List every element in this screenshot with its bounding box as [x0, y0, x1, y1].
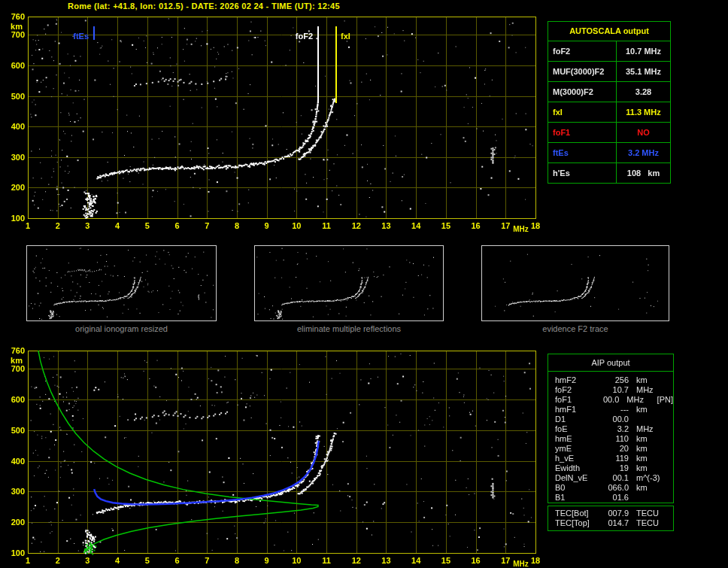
autoscala-table-rows: foF210.7 MHzMUF(3000)F235.1 MHzM(3000)F2…: [548, 41, 670, 183]
thumbnail-canvas-1: [26, 245, 217, 321]
aip-table-rows: hmF2256kmfoF210.7MHzfoF100.0MHz[PN]hmF1-…: [548, 375, 673, 503]
tec-output-box: TEC[Bot]007.9TECUTEC[Top]014.7TECU: [548, 506, 674, 531]
aip-row-5: foE3.2MHz: [548, 424, 673, 434]
param-value: 066.0: [602, 483, 629, 493]
param-name: foF1: [555, 395, 596, 405]
aip-row-7: ymE20km: [548, 444, 673, 454]
aip-row-12: B101.6: [548, 493, 673, 503]
param-value: 3.2: [602, 424, 629, 434]
thumbnail-panel-3: evidence F2 trace: [481, 245, 669, 333]
param-value: ---: [602, 405, 629, 415]
param-unit: MHz: [636, 424, 669, 434]
param-name: Ewidth: [555, 463, 602, 473]
aip-row-9: Ewidth19km: [548, 463, 673, 473]
autoscala-row-5: ftEs3.2 MHz: [548, 143, 670, 163]
param-name: foF2: [555, 385, 602, 395]
param-unit: m^(-3): [636, 473, 669, 483]
thumbnail-panel-2: eliminate multiple reflections: [254, 245, 444, 333]
autoscala-row-4: foF1NO: [548, 123, 670, 143]
param-value: 3.2 MHz: [617, 143, 670, 163]
param-value: 35.1 MHz: [617, 62, 670, 81]
station-header: Rome (lat: +41.8, lon: 012.5) - DATE: 20…: [68, 2, 340, 11]
aip-row-6: hmE110km: [548, 434, 673, 444]
thumbnail-caption: eliminate multiple reflections: [254, 324, 444, 333]
param-name: ymE: [555, 444, 602, 454]
param-name: foF2: [548, 41, 617, 61]
aip-row-2: foF100.0MHz[PN]: [548, 395, 673, 405]
param-name: hmE: [555, 434, 602, 444]
param-name: foF1: [548, 123, 617, 142]
aip-row-10: DelN_vE00.1m^(-3): [548, 473, 673, 483]
param-value: 014.7: [602, 518, 629, 528]
thumbnail-caption: evidence F2 trace: [481, 324, 669, 333]
param-name: hmF2: [555, 375, 602, 385]
param-name: DelN_vE: [555, 473, 602, 483]
param-unit: km: [636, 463, 669, 473]
aip-row-3: hmF1---km: [548, 405, 673, 415]
param-name: B0: [555, 483, 602, 493]
tec-row-0: TEC[Bot]007.9TECU: [548, 509, 673, 518]
param-name: B1: [555, 493, 602, 503]
param-name: TEC[Bot]: [555, 509, 602, 518]
param-name: ftEs: [548, 143, 617, 163]
param-name: TEC[Top]: [555, 518, 602, 528]
param-name: fxI: [548, 102, 617, 122]
autoscala-row-2: M(3000)F23.28: [548, 82, 670, 102]
param-value: 119: [602, 454, 629, 463]
thumbnail-panel-1: original ionogram resized: [26, 245, 217, 333]
param-unit: [636, 493, 669, 503]
aip-output-table: AIP output hmF2256kmfoF210.7MHzfoF100.0M…: [548, 354, 674, 503]
aip-row-0: hmF2256km: [548, 375, 673, 385]
param-value: 11.3 MHz: [617, 102, 670, 122]
param-value: 007.9: [602, 509, 629, 518]
ionogram-top-canvas: [0, 11, 549, 236]
aip-row-1: foF210.7MHz: [548, 385, 673, 395]
param-value: 108 km: [617, 163, 670, 183]
thumbnail-caption: original ionogram resized: [26, 324, 217, 333]
param-unit: km: [636, 405, 669, 415]
param-value: 256: [602, 375, 629, 385]
param-value: 10.7: [602, 385, 629, 395]
aip-row-4: D100.0: [548, 415, 673, 424]
param-unit: km: [636, 434, 669, 444]
param-unit: TECU: [636, 509, 669, 518]
thumbnail-canvas-2: [254, 245, 444, 321]
ionogram-bottom-canvas: [0, 343, 549, 568]
aip-row-8: h_vE119km: [548, 454, 673, 463]
param-value: 19: [602, 463, 629, 473]
param-unit: km: [636, 375, 669, 385]
autoscala-row-1: MUF(3000)F235.1 MHz: [548, 62, 670, 82]
param-name: h_vE: [555, 454, 602, 463]
thumbnail-canvas-3: [481, 245, 669, 321]
param-name: hmF1: [555, 405, 602, 415]
autoscala-window: Rome (lat: +41.8, lon: 012.5) - DATE: 20…: [0, 0, 728, 568]
param-value: 00.0: [602, 415, 629, 424]
aip-table-title: AIP output: [548, 354, 673, 372]
param-value: 10.7 MHz: [617, 41, 670, 61]
param-value: 00.1: [602, 473, 629, 483]
param-name: M(3000)F2: [548, 82, 617, 102]
param-unit: TECU: [636, 518, 669, 528]
tec-row-1: TEC[Top]014.7TECU: [548, 518, 673, 528]
autoscala-table-title: AUTOSCALA output: [548, 22, 670, 41]
param-unit: MHz: [626, 395, 655, 405]
autoscala-row-0: foF210.7 MHz: [548, 41, 670, 62]
param-name: MUF(3000)F2: [548, 62, 617, 81]
param-unit: km: [636, 483, 669, 493]
param-flag: [PN]: [657, 395, 673, 405]
param-unit: km: [636, 444, 669, 454]
param-value: 01.6: [602, 493, 629, 503]
param-value: 20: [602, 444, 629, 454]
param-name: h'Es: [548, 163, 617, 183]
param-unit: MHz: [636, 385, 669, 395]
autoscala-row-3: fxI11.3 MHz: [548, 102, 670, 123]
tec-rows: TEC[Bot]007.9TECUTEC[Top]014.7TECU: [548, 509, 673, 528]
param-name: foE: [555, 424, 602, 434]
param-value: 110: [602, 434, 629, 444]
param-value: NO: [617, 123, 670, 142]
param-unit: [636, 415, 669, 424]
param-value: 3.28: [617, 82, 670, 102]
aip-row-11: B0066.0km: [548, 483, 673, 493]
autoscala-output-table: AUTOSCALA output foF210.7 MHzMUF(3000)F2…: [548, 21, 671, 184]
param-name: D1: [555, 415, 602, 424]
